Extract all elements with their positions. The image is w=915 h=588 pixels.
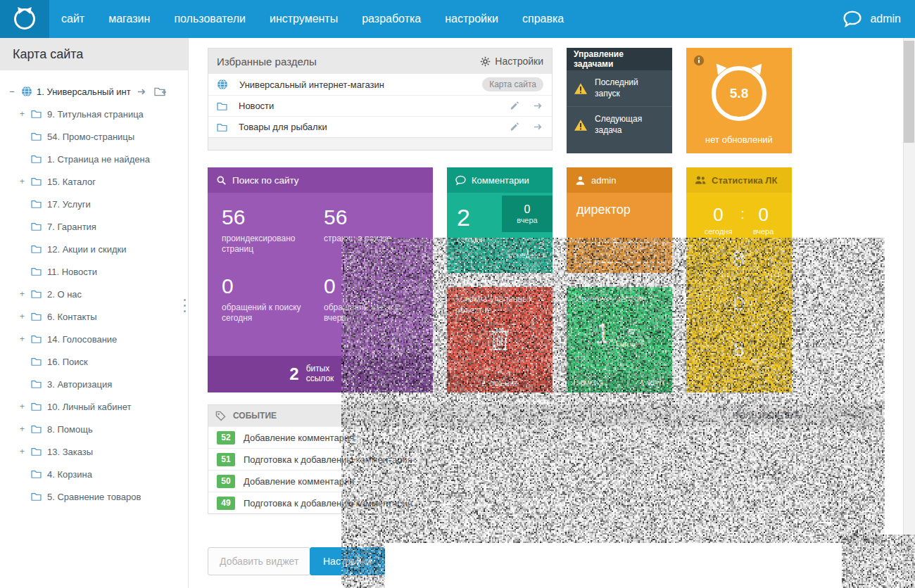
favorites-title: Избранные разделы (217, 56, 317, 68)
tree-item[interactable]: +15. Каталог (0, 170, 188, 193)
menu-item-site[interactable]: сайт (49, 0, 96, 38)
tree-item[interactable]: 17. Услуги (0, 193, 188, 215)
tree-item[interactable]: 4. Корзина (0, 463, 188, 485)
go-to-arrow-icon[interactable] (533, 122, 543, 132)
gear-icon (480, 56, 491, 67)
go-to-arrow-icon[interactable] (533, 101, 543, 111)
expand-toggle[interactable]: + (20, 402, 31, 411)
folder-icon (31, 447, 42, 456)
comments-today-value: 2 (457, 204, 470, 231)
current-user[interactable]: admin (870, 13, 901, 25)
tree-item[interactable]: +8. Помощь (0, 418, 188, 440)
edit-pencil-icon[interactable] (510, 101, 520, 111)
menu-item-settings[interactable]: настройки (433, 0, 510, 38)
dashboard: Избранные разделы Настройки Универсальны… (189, 38, 903, 588)
edit-pencil-icon[interactable] (510, 122, 520, 132)
favorites-row: Новости (208, 95, 552, 116)
people-icon (695, 175, 706, 185)
task-row[interactable]: Последний запуск (567, 70, 672, 106)
tree-item[interactable]: 5. Сравнение товаров (0, 485, 188, 508)
tree-item[interactable]: 16. Поиск (0, 350, 188, 373)
globe-icon (217, 79, 228, 90)
tree-item[interactable]: +9. Титульная страница (0, 103, 188, 125)
tree-item-label: 7. Гарантия (47, 222, 96, 232)
account-dashed-button[interactable] (575, 242, 664, 263)
comments-header: Комментарии (447, 167, 553, 193)
favorites-settings-button[interactable]: Настройки (480, 56, 543, 67)
tree-item[interactable]: +10. Личный кабинет (0, 395, 188, 418)
sidebar-resize-handle[interactable] (184, 299, 186, 312)
collapse-toggle[interactable]: − (7, 87, 17, 97)
info-icon[interactable] (693, 55, 705, 66)
lk-extra-stats: 8 0 8 (686, 247, 792, 361)
task-row[interactable]: Следующая задача (567, 106, 672, 143)
expand-toggle[interactable]: + (20, 109, 31, 119)
comments-yesterday: 0 вчера (502, 196, 553, 232)
scrollbar-thumb[interactable] (904, 41, 914, 143)
site-search-header: Поиск по сайту (208, 167, 433, 193)
version-number: 5.8 (712, 66, 766, 121)
trash-count[interactable]: 1 объект (447, 373, 553, 392)
umi-logo[interactable] (0, 0, 49, 38)
add-page-icon[interactable] (154, 87, 167, 97)
tree-item-label: 14. Голосование (47, 334, 117, 345)
event-row[interactable]: 51 Подготовка к добавлению комментария (208, 448, 883, 470)
tree-item[interactable]: 11. Новости (0, 260, 188, 283)
comments-title: Комментарии (472, 175, 529, 186)
menu-item-tools[interactable]: инструменты (258, 0, 350, 38)
cat-logo-icon: 5.8 (712, 66, 766, 121)
folder-icon (31, 335, 42, 343)
favorite-link[interactable]: Универсальный интернет-магазин (239, 79, 482, 90)
expand-toggle[interactable]: + (20, 424, 31, 434)
expand-toggle[interactable]: + (20, 334, 31, 344)
page-scrollbar[interactable] (903, 38, 915, 588)
shop-today: 1 сегодня (567, 319, 672, 348)
expand-toggle[interactable]: + (20, 447, 31, 456)
trash-widget: Корзина удалённых объектов 1 объект (447, 287, 553, 392)
tree-item-label: 12. Акции и скидки (47, 244, 126, 255)
dashboard-settings-button[interactable]: Настройки (310, 547, 385, 575)
account-username: admin (591, 175, 616, 186)
chat-icon[interactable] (843, 10, 862, 28)
jump-arrow-icon[interactable] (137, 87, 147, 97)
folder-icon (31, 222, 42, 231)
menu-item-development[interactable]: разработка (350, 0, 433, 38)
task-manager-title: Управление задачами (567, 48, 672, 70)
expand-toggle[interactable]: + (20, 289, 31, 299)
tree-item[interactable]: 54. Промо-страницы (0, 125, 188, 148)
user-column-header: ПОЛЬЗОВАТЕЛЬ (733, 411, 803, 421)
comments-today-label: сегодня (457, 235, 485, 243)
broken-links-footer[interactable]: 2 битых ссылок (208, 356, 433, 392)
row-actions (510, 122, 543, 132)
tree-item-label: 54. Промо-страницы (47, 132, 134, 142)
expand-toggle[interactable]: + (20, 177, 31, 186)
event-row[interactable]: 52 Добавление комментария (208, 426, 883, 448)
event-text: Подготовка к добавлению комментария (244, 498, 412, 509)
tree-item[interactable]: +13. Заказы (0, 440, 188, 463)
tree-item[interactable]: 7. Гарантия (0, 215, 188, 238)
tree-item[interactable]: +14. Голосование (0, 328, 188, 350)
tree-root-item[interactable]: − 1. Универсальный инт (0, 80, 188, 103)
menu-item-help[interactable]: справка (510, 0, 576, 38)
shop-today-label: сегодня (616, 340, 644, 348)
broken-links-count: 2 (289, 364, 298, 384)
favorites-header: Избранные разделы Настройки (208, 49, 552, 74)
favorite-link[interactable]: Новости (239, 101, 510, 111)
menu-item-users[interactable]: пользователи (162, 0, 258, 38)
menu-item-shop[interactable]: магазин (96, 0, 162, 38)
shop-yesterday: 0 вчера (574, 378, 603, 388)
tree-item[interactable]: 12. Акции и скидки (0, 238, 188, 260)
expand-toggle[interactable]: + (20, 312, 31, 321)
stat-in-search: 56страниц в поиске (324, 205, 419, 255)
add-widget-button[interactable]: Добавить виджет (208, 547, 310, 575)
event-row[interactable]: 50 Добавление комментария (208, 470, 883, 492)
event-row[interactable]: 49 Подготовка к добавлению комментария (208, 492, 883, 513)
tree-item[interactable]: +6. Контакты (0, 305, 188, 328)
task-label: Следующая задача (595, 114, 651, 136)
tree-item[interactable]: +2. О нас (0, 283, 188, 305)
tree-item[interactable]: 1. Страница не найдена (0, 148, 188, 170)
folder-icon (31, 200, 42, 208)
events-column-header: СОБЫТИЕ (233, 411, 277, 421)
tree-item[interactable]: 3. Авторизация (0, 373, 188, 395)
favorite-link[interactable]: Товары для рыбалки (239, 122, 510, 132)
